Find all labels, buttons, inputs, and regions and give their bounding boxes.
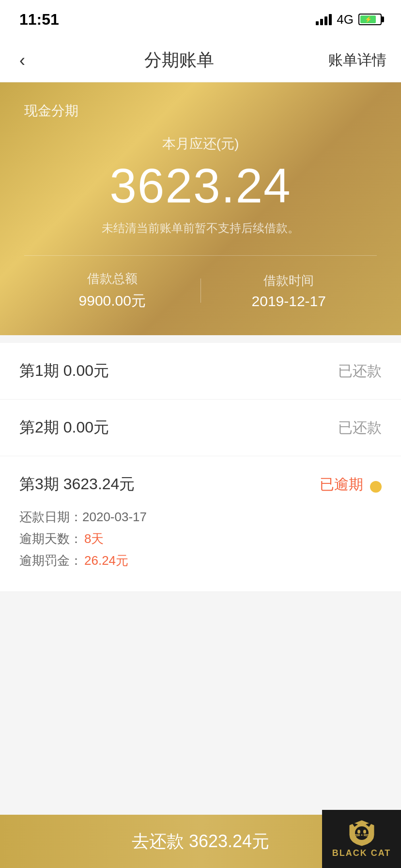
- detail-link[interactable]: 账单详情: [328, 50, 386, 70]
- overdue-fine-label: 逾期罚金：: [19, 552, 82, 569]
- installment-item-1-header: 第1期 0.00元 已还款: [19, 360, 382, 382]
- repay-date-value: 2020-03-17: [82, 510, 147, 525]
- installment-item-3: 第3期 3623.24元 已逾期 还款日期： 2020-03-17 逾期天数： …: [0, 456, 401, 592]
- content-area: 现金分期 本月应还(元) 3623.24 未结清当前账单前暂不支持后续借款。 借…: [0, 82, 401, 815]
- gray-spacer: [0, 592, 401, 737]
- installment-3-detail: 还款日期： 2020-03-17 逾期天数： 8天 逾期罚金： 26.24元: [19, 509, 382, 569]
- loan-total-item: 借款总额 9900.00元: [24, 270, 200, 311]
- black-cat-label: BLACK CAT: [332, 848, 391, 858]
- overdue-label: 已逾期: [320, 476, 363, 492]
- installment-2-title: 第2期 0.00元: [19, 417, 109, 438]
- back-button[interactable]: ‹: [15, 46, 30, 76]
- hero-notice: 未结清当前账单前暂不支持后续借款。: [24, 220, 377, 236]
- svg-point-2: [355, 826, 369, 840]
- svg-line-9: [364, 836, 369, 836]
- repay-button-label[interactable]: 去还款 3623.24元: [132, 830, 269, 853]
- status-time: 11:51: [19, 11, 59, 29]
- overdue-dot-icon: [370, 481, 382, 493]
- installment-2-status: 已还款: [338, 418, 382, 438]
- status-bar: 11:51 4G ⚡: [0, 0, 401, 39]
- hero-section-label: 现金分期: [24, 102, 377, 120]
- svg-line-8: [355, 836, 360, 836]
- battery-icon: ⚡: [358, 14, 382, 25]
- signal-icon: [316, 14, 332, 25]
- loan-date-label: 借款时间: [201, 272, 377, 289]
- loan-total-value: 9900.00元: [24, 291, 200, 311]
- loan-date-value: 2019-12-17: [201, 293, 377, 310]
- hero-amount: 3623.24: [24, 158, 377, 214]
- hero-amount-label: 本月应还(元): [24, 135, 377, 153]
- repay-date-label: 还款日期：: [19, 509, 82, 526]
- installment-3-status: 已逾期: [320, 475, 382, 495]
- network-label: 4G: [337, 12, 354, 27]
- installment-3-title: 第3期 3623.24元: [19, 474, 135, 495]
- cat-logo-icon: [347, 820, 376, 846]
- hero-card: 现金分期 本月应还(元) 3623.24 未结清当前账单前暂不支持后续借款。 借…: [0, 82, 401, 335]
- installment-item-3-header: 第3期 3623.24元 已逾期: [19, 474, 382, 495]
- hero-divider: 借款总额 9900.00元 借款时间 2019-12-17: [24, 255, 377, 311]
- installment-item-1: 第1期 0.00元 已还款: [0, 343, 401, 400]
- black-cat-watermark: BLACK CAT: [322, 810, 401, 868]
- installment-item-2: 第2期 0.00元 已还款: [0, 400, 401, 456]
- overdue-fine-row: 逾期罚金： 26.24元: [19, 552, 382, 569]
- nav-bar: ‹ 分期账单 账单详情: [0, 39, 401, 82]
- status-icons: 4G ⚡: [316, 12, 382, 27]
- installment-1-status: 已还款: [338, 361, 382, 381]
- installment-1-title: 第1期 0.00元: [19, 360, 109, 382]
- overdue-days-label: 逾期天数：: [19, 530, 82, 547]
- overdue-fine-value: 26.24元: [84, 552, 128, 569]
- installment-list: 第1期 0.00元 已还款 第2期 0.00元 已还款 第3期 3623.24元…: [0, 343, 401, 592]
- installment-item-2-header: 第2期 0.00元 已还款: [19, 417, 382, 438]
- svg-point-3: [357, 830, 360, 834]
- repay-date-row: 还款日期： 2020-03-17: [19, 509, 382, 526]
- page-title: 分期账单: [144, 48, 214, 72]
- loan-date-item: 借款时间 2019-12-17: [201, 272, 377, 310]
- svg-point-4: [363, 830, 366, 834]
- overdue-days-row: 逾期天数： 8天: [19, 530, 382, 547]
- loan-total-label: 借款总额: [24, 270, 200, 287]
- overdue-days-value: 8天: [84, 530, 104, 547]
